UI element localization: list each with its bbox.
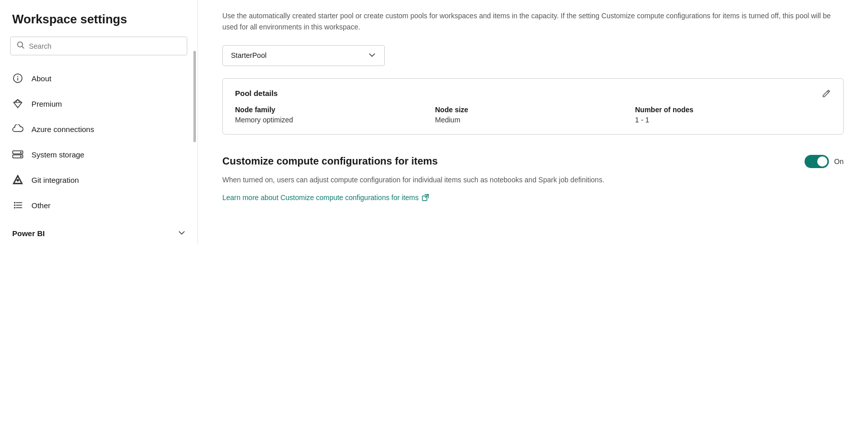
sidebar-item-label-other: Other xyxy=(31,201,51,210)
edit-pool-button[interactable] xyxy=(820,87,833,102)
sidebar-item-label-about: About xyxy=(31,74,51,83)
customize-section: Customize compute configurations for ite… xyxy=(222,151,844,202)
toggle-track xyxy=(805,155,829,168)
sidebar-item-label-premium: Premium xyxy=(31,100,62,108)
sidebar: Workspace settings xyxy=(0,0,198,422)
search-icon xyxy=(17,41,25,51)
git-icon xyxy=(12,174,23,185)
powerbi-section-label: Power BI xyxy=(12,229,45,238)
toggle-thumb xyxy=(817,156,827,167)
chevron-down-icon xyxy=(368,51,376,60)
search-input[interactable] xyxy=(29,42,181,50)
sidebar-item-label-storage: System storage xyxy=(31,150,84,159)
search-box[interactable] xyxy=(10,37,187,55)
intro-description: Use the automatically created starter po… xyxy=(222,0,844,45)
pool-node-family-col: Node family Memory optimized xyxy=(235,106,431,124)
diamond-icon xyxy=(12,98,23,109)
customize-title: Customize compute configurations for ite… xyxy=(222,155,438,167)
sidebar-item-system-storage[interactable]: System storage xyxy=(0,142,197,167)
pool-dropdown[interactable]: StarterPool xyxy=(222,45,385,66)
svg-point-18 xyxy=(14,205,16,206)
learn-more-text: Learn more about Customize compute confi… xyxy=(222,193,419,202)
pool-node-count-col: Number of nodes 1 - 1 xyxy=(635,106,831,124)
svg-point-11 xyxy=(20,152,22,153)
sidebar-scrollbar xyxy=(193,51,196,142)
sidebar-item-premium[interactable]: Premium xyxy=(0,91,197,116)
pool-details-title: Pool details xyxy=(235,89,831,98)
pool-node-size-col: Node size Medium xyxy=(435,106,631,124)
node-size-label: Node size xyxy=(435,106,631,114)
node-size-value: Medium xyxy=(435,116,631,124)
node-family-label: Node family xyxy=(235,106,431,114)
number-of-nodes-value: 1 - 1 xyxy=(635,116,831,124)
sidebar-item-label-git: Git integration xyxy=(31,176,79,184)
pool-dropdown-value: StarterPool xyxy=(231,51,266,59)
number-of-nodes-label: Number of nodes xyxy=(635,106,831,114)
search-container xyxy=(0,37,197,66)
svg-marker-5 xyxy=(14,100,22,108)
sidebar-item-other[interactable]: Other xyxy=(0,192,197,218)
nav-section: About Premium xyxy=(0,66,197,222)
sidebar-item-about[interactable]: About xyxy=(0,66,197,91)
toggle-on-label: On xyxy=(834,157,844,166)
info-circle-icon xyxy=(12,73,23,84)
pool-details-grid: Node family Memory optimized Node size M… xyxy=(235,106,831,124)
svg-line-1 xyxy=(22,47,24,49)
svg-point-3 xyxy=(17,76,18,77)
svg-line-22 xyxy=(827,91,829,92)
customize-toggle[interactable] xyxy=(805,155,829,168)
external-link-icon xyxy=(422,194,429,201)
sidebar-item-git-integration[interactable]: Git integration xyxy=(0,167,197,192)
cloud-icon xyxy=(12,123,23,135)
toggle-group: On xyxy=(805,155,844,168)
svg-point-16 xyxy=(14,202,16,204)
list-icon xyxy=(12,200,23,211)
page-title: Workspace settings xyxy=(0,12,197,37)
node-family-value: Memory optimized xyxy=(235,116,431,124)
main-content: Use the automatically created starter po… xyxy=(198,0,868,422)
svg-point-12 xyxy=(20,156,22,157)
sidebar-item-label-azure: Azure connections xyxy=(31,125,94,134)
svg-point-15 xyxy=(17,179,19,182)
customize-header: Customize compute configurations for ite… xyxy=(222,155,844,168)
sidebar-item-azure-connections[interactable]: Azure connections xyxy=(0,116,197,142)
pool-details-card: Pool details Node family Memory optimize… xyxy=(222,78,844,135)
learn-more-link[interactable]: Learn more about Customize compute confi… xyxy=(222,193,429,202)
storage-icon xyxy=(12,149,23,160)
chevron-down-icon xyxy=(178,229,185,238)
sidebar-section-powerbi[interactable]: Power BI xyxy=(0,222,197,245)
svg-point-20 xyxy=(14,207,16,209)
customize-description: When turned on, users can adjust compute… xyxy=(222,174,844,185)
